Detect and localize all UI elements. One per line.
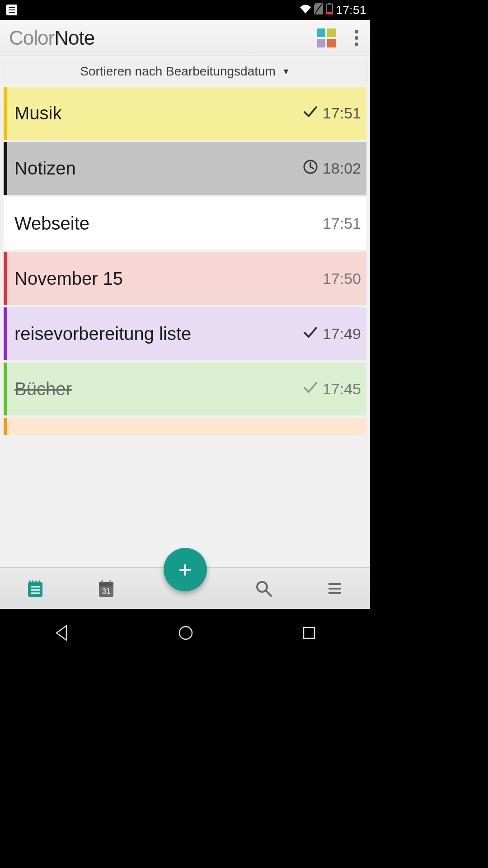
document-icon xyxy=(6,5,17,15)
note-meta: 17:45 xyxy=(303,380,361,399)
status-left xyxy=(4,5,17,15)
svg-rect-16 xyxy=(99,582,113,586)
add-note-button[interactable]: + xyxy=(164,548,207,591)
clock-icon xyxy=(303,159,318,178)
app-logo: ColorNote xyxy=(9,27,94,49)
svg-line-6 xyxy=(310,167,314,169)
plus-icon: + xyxy=(178,557,192,583)
app-header: ColorNote xyxy=(0,20,370,56)
note-item[interactable]: reisevorbereitung liste17:49 xyxy=(4,307,366,360)
sim-icon xyxy=(314,3,323,18)
screen: 17:51 ColorNote Sortieren nach Bearbeitu… xyxy=(0,0,370,658)
note-item[interactable]: Notizen18:02 xyxy=(4,142,366,195)
note-item[interactable]: November 1517:50 xyxy=(4,252,366,305)
android-navbar xyxy=(0,609,370,658)
note-title: Notizen xyxy=(14,158,76,179)
note-meta: 17:51 xyxy=(323,215,361,232)
status-right: 17:51 xyxy=(300,3,366,18)
check-icon xyxy=(303,325,318,344)
notes-list: Musik17:51Notizen18:02Webseite17:51Novem… xyxy=(0,87,370,435)
note-title: Musik xyxy=(14,103,61,123)
app: ColorNote Sortieren nach Bearbeitungsdat… xyxy=(0,20,370,609)
svg-rect-3 xyxy=(326,12,333,14)
wifi-icon xyxy=(300,3,311,17)
color-grid-icon[interactable] xyxy=(317,28,336,47)
note-title: reisevorbereitung liste xyxy=(14,324,191,344)
status-bar: 17:51 xyxy=(0,0,370,20)
note-item[interactable]: Musik17:51 xyxy=(4,87,366,140)
note-time: 17:50 xyxy=(323,270,361,288)
tab-calendar[interactable]: 31 xyxy=(93,575,120,602)
note-time: 18:02 xyxy=(323,160,361,177)
note-time: 17:49 xyxy=(323,325,361,343)
tab-notes[interactable] xyxy=(22,575,49,602)
note-time: 17:45 xyxy=(323,380,361,398)
tab-search[interactable] xyxy=(250,575,277,602)
nav-recent[interactable] xyxy=(301,625,317,643)
svg-text:31: 31 xyxy=(102,587,110,595)
note-title: Webseite xyxy=(14,213,89,234)
chevron-down-icon: ▼ xyxy=(282,67,290,76)
note-meta: 17:50 xyxy=(323,270,361,288)
bottom-dock: 31 + xyxy=(0,567,370,609)
note-item[interactable]: Bücher17:45 xyxy=(4,363,366,415)
battery-icon xyxy=(326,3,333,18)
note-time: 17:51 xyxy=(323,215,361,232)
svg-line-21 xyxy=(266,591,271,596)
note-title: Bücher xyxy=(14,379,72,399)
logo-right: Note xyxy=(54,27,94,49)
overflow-menu-icon[interactable] xyxy=(352,30,361,46)
nav-back[interactable] xyxy=(53,624,71,644)
sort-dropdown[interactable]: Sortieren nach Bearbeitungsdatum ▼ xyxy=(4,60,366,83)
sort-label: Sortieren nach Bearbeitungsdatum xyxy=(80,64,276,79)
nav-home[interactable] xyxy=(177,624,195,644)
svg-point-25 xyxy=(179,627,192,639)
logo-left: Color xyxy=(9,27,54,49)
note-title: November 15 xyxy=(14,269,123,289)
note-meta: 17:51 xyxy=(303,104,361,123)
check-icon xyxy=(303,380,318,399)
note-item[interactable] xyxy=(4,418,366,435)
svg-rect-26 xyxy=(304,627,314,638)
note-time: 17:51 xyxy=(323,104,361,122)
note-meta: 18:02 xyxy=(303,159,361,178)
tab-menu[interactable] xyxy=(321,575,348,602)
status-time: 17:51 xyxy=(336,3,366,17)
note-meta: 17:49 xyxy=(303,325,361,344)
check-icon xyxy=(303,104,318,123)
note-item[interactable]: Webseite17:51 xyxy=(4,197,366,250)
